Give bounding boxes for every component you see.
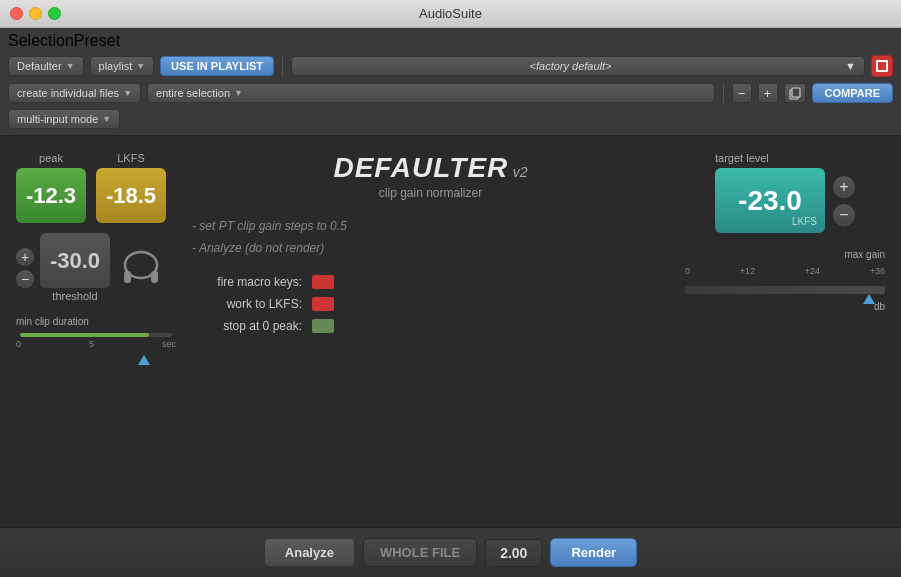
chevron-down-icon: ▼ xyxy=(66,61,75,71)
max-gain-label: max gain xyxy=(844,249,885,260)
count-display: 2.00 xyxy=(485,539,542,567)
slider-thumb-icon xyxy=(138,355,150,365)
threshold-label: threshold xyxy=(40,290,110,302)
headphone-icon xyxy=(116,243,166,293)
maximize-button[interactable] xyxy=(48,7,61,20)
mode-row: multi-input mode ▼ xyxy=(0,106,901,135)
gain-tick-36: +36 xyxy=(870,266,885,276)
peak-meter: peak -12.3 xyxy=(16,152,86,223)
bottom-bar: Analyze WHOLE FILE 2.00 Render xyxy=(0,527,901,577)
selection-label: Selection xyxy=(8,32,74,50)
copy-button[interactable] xyxy=(784,83,806,103)
macro-controls: fire macro keys: work to LKFS: stop at 0… xyxy=(192,275,669,333)
gain-tick-0: 0 xyxy=(685,266,690,276)
svg-rect-1 xyxy=(792,88,800,97)
slider-unit: sec xyxy=(162,339,176,349)
work-lkfs-indicator[interactable] xyxy=(312,297,334,311)
fire-macro-row: fire macro keys: xyxy=(192,275,669,289)
work-lkfs-row: work to LKFS: xyxy=(192,297,669,311)
lkfs-display: -18.5 xyxy=(96,168,166,223)
slider-tick-0: 0 xyxy=(16,339,21,349)
window-title: AudioSuite xyxy=(419,6,482,21)
plus-button[interactable]: + xyxy=(758,83,778,103)
minimize-button[interactable] xyxy=(29,7,42,20)
target-minus-button[interactable]: − xyxy=(833,204,855,226)
traffic-lights xyxy=(10,7,61,20)
record-icon xyxy=(876,60,888,72)
gain-meter-bar[interactable] xyxy=(685,286,885,294)
factory-default-dropdown[interactable]: <factory default> ▼ xyxy=(291,56,865,76)
target-controls: -23.0 LKFS + − xyxy=(715,168,855,233)
chevron-down-icon: ▼ xyxy=(102,114,111,124)
divider xyxy=(723,83,724,103)
controls-row-2: create individual files ▼ entire selecti… xyxy=(0,80,901,106)
chevron-down-icon: ▼ xyxy=(136,61,145,71)
multi-input-mode-dropdown[interactable]: multi-input mode ▼ xyxy=(8,109,120,129)
max-gain-section: max gain 0 +12 +24 +36 db xyxy=(685,249,885,314)
compare-button[interactable]: COMPARE xyxy=(812,83,893,103)
target-display: -23.0 LKFS xyxy=(715,168,825,233)
minus-button[interactable]: − xyxy=(732,83,752,103)
db-label: db xyxy=(874,301,885,312)
threshold-minus-button[interactable]: − xyxy=(16,270,34,288)
copy-icon xyxy=(788,86,802,100)
center-panel: DEFAULTER v2 clip gain normalizer - set … xyxy=(192,152,669,479)
section-labels-row: Selection Preset xyxy=(0,28,901,52)
plugin-title: DEFAULTER v2 clip gain normalizer xyxy=(192,152,669,200)
chevron-down-icon: ▼ xyxy=(234,88,243,98)
whole-file-button[interactable]: WHOLE FILE xyxy=(363,538,477,567)
lkfs-meter: LKFS -18.5 xyxy=(96,152,166,223)
gain-ticks: 0 +12 +24 +36 xyxy=(685,266,885,276)
fire-macro-label: fire macro keys: xyxy=(192,275,302,289)
instruction-2: - Analyze (do not render) xyxy=(192,238,669,260)
gain-tick-24: +24 xyxy=(805,266,820,276)
plugin-instructions: - set PT clip gain steps to 0.5 - Analyz… xyxy=(192,216,669,259)
fire-macro-indicator[interactable] xyxy=(312,275,334,289)
entire-selection-dropdown[interactable]: entire selection ▼ xyxy=(147,83,715,103)
target-unit: LKFS xyxy=(792,216,817,227)
analyze-button[interactable]: Analyze xyxy=(264,538,355,567)
chevron-down-icon: ▼ xyxy=(845,60,856,72)
threshold-section: + − -30.0 threshold xyxy=(16,233,176,302)
slider-track[interactable] xyxy=(20,333,172,337)
threshold-plus-button[interactable]: + xyxy=(16,248,34,266)
render-button[interactable]: Render xyxy=(550,538,637,567)
gain-tick-12: +12 xyxy=(740,266,755,276)
record-button[interactable] xyxy=(871,55,893,77)
svg-rect-4 xyxy=(151,271,158,283)
individual-files-dropdown[interactable]: create individual files ▼ xyxy=(8,83,141,103)
threshold-display: -30.0 xyxy=(40,233,110,288)
instruction-1: - set PT clip gain steps to 0.5 xyxy=(192,216,669,238)
preset-label: Preset xyxy=(74,32,120,50)
stop-peak-indicator[interactable] xyxy=(312,319,334,333)
threshold-controls: + − xyxy=(16,248,34,288)
use-in-playlist-button[interactable]: USE IN PLAYLIST xyxy=(160,56,274,76)
gain-thumb-icon xyxy=(863,294,875,304)
main-content: peak -12.3 LKFS -18.5 + − -30.0 xyxy=(0,136,901,495)
chevron-down-icon: ▼ xyxy=(123,88,132,98)
target-level-label: target level xyxy=(715,152,769,164)
left-panel: peak -12.3 LKFS -18.5 + − -30.0 xyxy=(16,152,176,479)
lkfs-label: LKFS xyxy=(117,152,145,164)
svg-rect-3 xyxy=(124,271,131,283)
title-bar: AudioSuite xyxy=(0,0,901,28)
plugin-version: v2 xyxy=(513,164,528,180)
work-lkfs-label: work to LKFS: xyxy=(192,297,302,311)
stop-peak-row: stop at 0 peak: xyxy=(192,319,669,333)
min-clip-duration-label: min clip duration xyxy=(16,316,176,327)
divider xyxy=(282,55,283,77)
target-pm-col: + − xyxy=(833,176,855,226)
close-button[interactable] xyxy=(10,7,23,20)
slider-ticks: 0 5 sec xyxy=(16,339,176,349)
slider-fill xyxy=(20,333,149,337)
peak-display: -12.3 xyxy=(16,168,86,223)
defaulter-dropdown[interactable]: Defaulter ▼ xyxy=(8,56,84,76)
controls-row-1: Defaulter ▼ playlist ▼ USE IN PLAYLIST <… xyxy=(0,52,901,80)
peak-label: peak xyxy=(39,152,63,164)
right-panel: target level -23.0 LKFS + − max gain 0 xyxy=(685,152,885,479)
threshold-box: -30.0 threshold xyxy=(40,233,110,302)
stop-peak-label: stop at 0 peak: xyxy=(192,319,302,333)
playlist-dropdown[interactable]: playlist ▼ xyxy=(90,56,155,76)
target-plus-button[interactable]: + xyxy=(833,176,855,198)
target-level-section: target level -23.0 LKFS + − xyxy=(685,152,885,233)
